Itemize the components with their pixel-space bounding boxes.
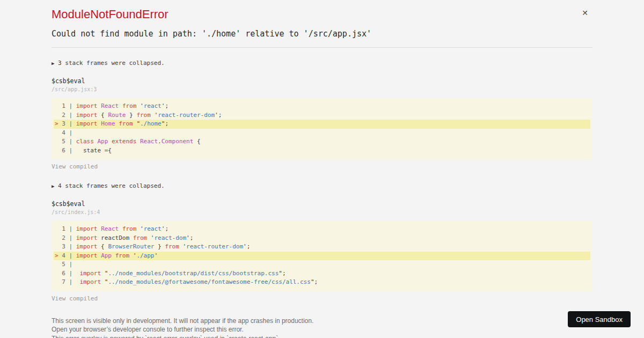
code-line: 5 | [54, 260, 590, 269]
stack-frame-section: ▶ 3 stack frames were collapsed. $csb$ev… [52, 60, 592, 171]
line-number: 6 | [62, 270, 76, 277]
line-number: 5 | [62, 138, 76, 145]
code-frame: 1 | import React from 'react'; 2 | impor… [52, 221, 592, 291]
frame-location: /src/app.jsx:3 [52, 86, 592, 93]
code-line: 6 | import "../node_modules/bootstrap/di… [54, 269, 590, 278]
code-line: 1 | import React from 'react'; [54, 225, 590, 234]
line-number: 6 | [62, 147, 76, 154]
stack-frames-toggle[interactable]: ▶ 3 stack frames were collapsed. [52, 60, 592, 67]
code-line: 6 | state ={ [54, 146, 590, 156]
footer-note: This error overlay is powered by `react-… [52, 334, 592, 338]
view-compiled-link[interactable]: View compiled [52, 163, 592, 171]
code-line: 1 | import React from 'react'; [54, 102, 590, 111]
line-number: 2 | [62, 234, 76, 241]
line-number: 4 | [62, 129, 76, 136]
stack-frame-section: ▶ 4 stack frames were collapsed. $csb$ev… [52, 182, 592, 303]
line-number: 1 | [62, 102, 76, 109]
frame-function: $csb$eval [52, 77, 592, 85]
footer-note: Open your browser’s developer console to… [52, 325, 592, 334]
footer-note: This screen is visible only in developme… [52, 317, 592, 326]
stack-frames-toggle[interactable]: ▶ 4 stack frames were collapsed. [52, 182, 592, 190]
code-line: 2 | import { Route } from 'react-router-… [54, 111, 590, 120]
line-number: 5 | [62, 261, 76, 268]
line-number: 1 | [62, 225, 76, 232]
line-number: 7 | [62, 278, 76, 285]
collapsed-note: 4 stack frames were collapsed. [58, 182, 165, 189]
footer-notes: This screen is visible only in developme… [52, 317, 592, 338]
code-frame: 1 | import React from 'react'; 2 | impor… [52, 98, 592, 159]
frame-location: /src/index.js:4 [52, 209, 592, 216]
code-line: 2 | import reactDom from 'react-dom'; [54, 234, 590, 243]
line-number: 2 | [62, 112, 76, 119]
line-number: 3 | [62, 243, 76, 250]
error-title: ModuleNotFoundError [52, 8, 592, 21]
line-number: 4 | [62, 252, 76, 259]
error-message: Could not find module in path: './home' … [52, 29, 592, 39]
code-line: 7 | import "../node_modules/@fortawesome… [54, 278, 590, 287]
collapsed-note: 3 stack frames were collapsed. [58, 60, 165, 67]
code-line: 4 | [54, 129, 590, 138]
code-line: 5 | class App extends React.Component { [54, 137, 590, 146]
code-line: 3 | import { BrowserRouter } from 'react… [54, 243, 590, 252]
error-overlay: ✕ ModuleNotFoundError Could not find mod… [0, 0, 644, 338]
dismiss-button[interactable]: ✕ [580, 8, 590, 18]
code-line-highlighted: > 3 | import Home from "./home"; [54, 120, 590, 129]
divider [52, 47, 592, 48]
code-line-highlighted: > 4 | import App from './app' [54, 252, 590, 261]
close-icon: ✕ [582, 9, 588, 17]
open-sandbox-button[interactable]: Open Sandbox [568, 311, 631, 327]
view-compiled-link[interactable]: View compiled [52, 295, 592, 303]
frame-function: $csb$eval [52, 200, 592, 208]
line-number: 3 | [62, 120, 76, 127]
